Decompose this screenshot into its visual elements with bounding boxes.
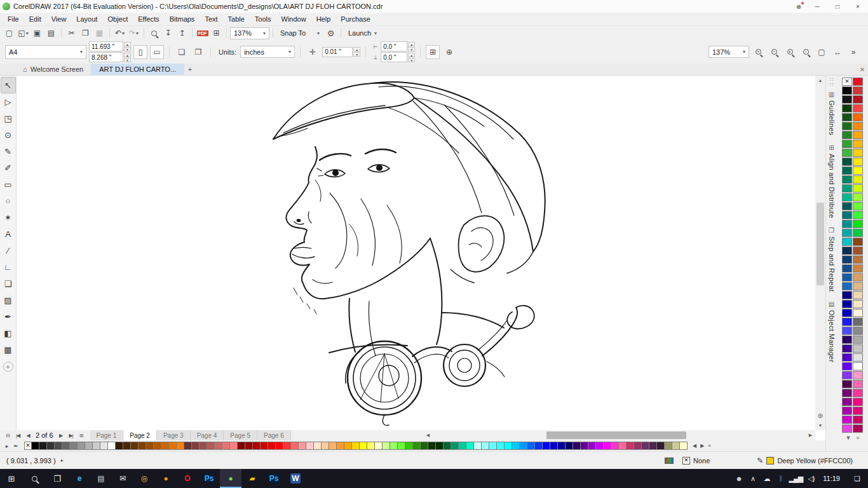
drop-shadow-tool[interactable]: ❏ bbox=[1, 275, 16, 292]
color-swatch[interactable] bbox=[842, 255, 852, 264]
color-swatch[interactable] bbox=[413, 442, 421, 450]
color-swatch[interactable] bbox=[853, 255, 863, 264]
color-swatch[interactable] bbox=[842, 407, 852, 415]
menu-item-effects[interactable]: Effects bbox=[133, 13, 164, 25]
color-swatch[interactable] bbox=[261, 442, 268, 450]
color-swatch[interactable] bbox=[853, 300, 863, 308]
color-swatch[interactable] bbox=[131, 442, 139, 450]
color-swatch[interactable] bbox=[853, 122, 863, 130]
page-tab-page-4[interactable]: Page 4 bbox=[191, 430, 224, 440]
cut-button[interactable]: ✂ bbox=[65, 27, 78, 39]
color-swatch[interactable] bbox=[853, 131, 863, 139]
customize-toolbox-button[interactable]: + bbox=[3, 362, 13, 372]
color-swatch[interactable] bbox=[853, 78, 863, 86]
color-swatch[interactable] bbox=[842, 291, 852, 299]
color-swatch[interactable] bbox=[842, 193, 852, 201]
first-page-button[interactable]: |◀ bbox=[13, 431, 23, 440]
taskbar-app-coreldraw[interactable]: ● bbox=[220, 469, 241, 488]
color-swatch[interactable] bbox=[161, 442, 169, 450]
color-swatch[interactable] bbox=[672, 442, 680, 450]
menu-item-bitmaps[interactable]: Bitmaps bbox=[165, 13, 200, 25]
color-swatch[interactable] bbox=[154, 442, 161, 450]
page-width-stepper[interactable]: ▲▼ bbox=[124, 42, 131, 51]
color-swatch[interactable] bbox=[842, 131, 852, 139]
color-swatch[interactable] bbox=[123, 442, 131, 450]
color-swatch[interactable] bbox=[842, 327, 852, 335]
color-swatch[interactable] bbox=[842, 353, 852, 362]
color-swatch[interactable] bbox=[352, 442, 360, 450]
palette-scroll-down-arrow[interactable]: ▼ bbox=[846, 435, 851, 441]
color-swatch[interactable] bbox=[842, 336, 852, 344]
color-swatch[interactable] bbox=[842, 166, 852, 175]
menu-item-file[interactable]: File bbox=[3, 13, 24, 25]
color-swatch[interactable] bbox=[497, 442, 505, 450]
color-swatch[interactable] bbox=[466, 442, 474, 450]
rectangle-tool[interactable]: ▭ bbox=[1, 176, 16, 193]
color-swatch[interactable] bbox=[291, 442, 299, 450]
color-swatch[interactable] bbox=[459, 442, 466, 450]
color-swatch[interactable] bbox=[853, 362, 863, 370]
color-swatch[interactable] bbox=[842, 238, 852, 246]
color-swatch[interactable] bbox=[200, 442, 207, 450]
color-swatch[interactable] bbox=[842, 424, 852, 433]
color-swatch[interactable] bbox=[842, 175, 852, 184]
crop-tool[interactable]: ◳ bbox=[1, 110, 16, 126]
color-swatch[interactable] bbox=[70, 442, 78, 450]
color-swatch[interactable] bbox=[842, 211, 852, 219]
color-swatch[interactable] bbox=[566, 442, 573, 450]
color-swatch[interactable] bbox=[853, 229, 863, 237]
horizontal-scroll-thumb[interactable] bbox=[546, 431, 686, 439]
color-swatch[interactable] bbox=[444, 442, 451, 450]
color-swatch[interactable] bbox=[78, 442, 85, 450]
new-document-button[interactable]: ▢ bbox=[3, 27, 16, 39]
eyedropper-icon[interactable]: ✒ bbox=[11, 443, 20, 449]
color-swatch[interactable] bbox=[842, 122, 852, 130]
color-swatch[interactable] bbox=[207, 442, 215, 450]
menu-item-edit[interactable]: Edit bbox=[24, 13, 46, 25]
zoom-level-combo[interactable]: 137% ▾ bbox=[230, 27, 269, 39]
color-swatch[interactable] bbox=[842, 389, 852, 397]
color-swatch[interactable] bbox=[169, 442, 177, 450]
tab-welcome-screen[interactable]: ⌂ Welcome Screen bbox=[15, 64, 92, 75]
color-swatch[interactable] bbox=[62, 442, 70, 450]
maximize-button[interactable]: □ bbox=[827, 0, 848, 13]
artwork-dj-portrait[interactable] bbox=[254, 78, 559, 428]
page-size-combo[interactable]: A4 ▾ bbox=[5, 45, 86, 59]
copy-button[interactable]: ❐ bbox=[79, 27, 92, 39]
undo-button[interactable]: ↶▾ bbox=[113, 27, 126, 39]
taskbar-search-button[interactable] bbox=[23, 469, 46, 488]
color-swatch[interactable] bbox=[47, 442, 55, 450]
nudge-stepper[interactable]: ▲▼ bbox=[353, 47, 360, 57]
print-button[interactable]: ▤ bbox=[44, 27, 58, 39]
color-swatch[interactable] bbox=[436, 442, 444, 450]
color-swatch[interactable] bbox=[245, 442, 253, 450]
color-swatch[interactable] bbox=[853, 95, 863, 104]
color-swatch[interactable] bbox=[842, 113, 852, 121]
zoom-selected-button[interactable]: ▪ bbox=[783, 45, 797, 59]
start-button[interactable]: ⊞ bbox=[0, 469, 23, 488]
color-swatch[interactable] bbox=[405, 442, 413, 450]
color-swatch[interactable] bbox=[634, 442, 642, 450]
taskbar-app-photoshop[interactable]: Ps bbox=[198, 469, 220, 488]
artistic-media-tool[interactable]: ✐ bbox=[1, 159, 16, 176]
palette-options-arrow[interactable]: ▸ bbox=[3, 443, 11, 449]
notification-center-icon[interactable]: ❏ bbox=[846, 469, 868, 488]
color-swatch[interactable] bbox=[428, 442, 436, 450]
current-page-button[interactable]: ❏ bbox=[175, 45, 189, 59]
text-tool[interactable]: A bbox=[1, 226, 16, 242]
fill-indicator[interactable]: ✕ None bbox=[682, 457, 710, 464]
landscape-button[interactable]: ▭ bbox=[150, 45, 164, 59]
color-proof-monitor-icon[interactable] bbox=[665, 458, 674, 464]
color-swatch[interactable] bbox=[329, 442, 337, 450]
color-swatch[interactable] bbox=[853, 416, 863, 424]
taskbar-app-firefox[interactable]: ● bbox=[155, 469, 177, 488]
color-swatch[interactable] bbox=[853, 282, 863, 290]
color-swatch[interactable] bbox=[853, 184, 863, 193]
page-height-field[interactable]: 8.268 " bbox=[89, 52, 123, 62]
color-swatch[interactable] bbox=[853, 247, 863, 255]
docker-tab-align-and-distribute[interactable]: ⊞ Align and Distribute bbox=[828, 144, 836, 218]
bluetooth-icon[interactable]: ᛒ bbox=[775, 475, 787, 482]
connector-tool[interactable]: ∟ bbox=[1, 259, 16, 275]
page-width-field[interactable]: 11.693 " bbox=[89, 41, 123, 51]
zoom-to-width-button[interactable]: ↔ bbox=[831, 45, 844, 59]
